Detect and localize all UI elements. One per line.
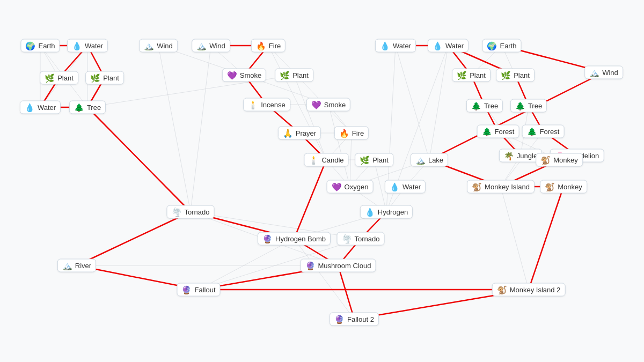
- node-prayer1: 🙏Prayer: [278, 127, 321, 140]
- node-label-wind1: Wind: [157, 42, 173, 50]
- node-water1: 💧Water: [67, 39, 108, 53]
- node-lake1: 🏔️Lake: [411, 153, 448, 167]
- node-label-fire1: Fire: [269, 42, 281, 50]
- node-icon-lake1: 🏔️: [415, 156, 426, 164]
- node-plant1: 🌿Plant: [40, 71, 78, 85]
- node-label-monkey_island2: Monkey Island 2: [510, 286, 561, 294]
- node-label-oxygen1: Oxygen: [345, 183, 369, 191]
- node-fallout1: 🔮Fallout: [177, 283, 220, 297]
- node-icon-plant6: 🌿: [360, 156, 370, 164]
- svg-line-64: [294, 160, 326, 239]
- node-label-plant6: Plant: [372, 156, 389, 164]
- node-label-tree1: Tree: [87, 104, 101, 112]
- node-label-forest1: Forest: [495, 128, 515, 136]
- node-earth1: 🌍Earth: [20, 39, 60, 53]
- node-label-plant2: Plant: [103, 74, 119, 82]
- node-tornado1: 🌪️Tornado: [167, 205, 215, 219]
- svg-line-80: [529, 187, 564, 290]
- node-icon-water2: 💧: [380, 42, 390, 50]
- node-icon-water1: 💧: [72, 42, 82, 50]
- node-smoke1: 💜Smoke: [222, 69, 266, 82]
- graph-container: 🌍Earth💧Water🏔️Wind🏔️Wind🔥Fire💧Water💧Wate…: [0, 0, 644, 362]
- node-label-mushroom_cloud1: Mushroom Cloud: [318, 262, 371, 270]
- node-label-wind3: Wind: [602, 69, 618, 77]
- node-icon-prayer1: 🙏: [283, 129, 293, 137]
- node-label-tornado1: Tornado: [185, 208, 210, 216]
- svg-line-8: [191, 46, 211, 212]
- svg-line-56: [87, 107, 191, 212]
- node-wind2: 🏔️Wind: [192, 39, 230, 53]
- node-hydrogen1: 💧Hydrogen: [360, 205, 413, 219]
- node-label-hydrogen_bomb1: Hydrogen Bomb: [275, 235, 326, 243]
- node-label-monkey2: Monkey: [558, 183, 582, 191]
- node-label-plant1: Plant: [57, 74, 74, 82]
- node-label-tornado2: Tornado: [355, 235, 380, 243]
- node-icon-mushroom_cloud1: 🔮: [305, 262, 316, 270]
- node-label-hydrogen1: Hydrogen: [378, 208, 408, 216]
- svg-line-5: [158, 46, 191, 212]
- node-mushroom_cloud1: 🔮Mushroom Cloud: [301, 259, 376, 272]
- node-forest2: 🌲Forest: [522, 125, 565, 138]
- node-label-wind2: Wind: [209, 42, 225, 50]
- node-icon-wind3: 🏔️: [589, 69, 599, 77]
- svg-line-66: [338, 265, 354, 319]
- node-plant5: 🌿Plant: [496, 69, 535, 82]
- node-icon-earth1: 🌍: [25, 42, 35, 50]
- node-incense1: 🕯️Incense: [243, 98, 290, 112]
- node-icon-plant2: 🌿: [90, 74, 100, 82]
- node-label-water3: Water: [445, 42, 464, 50]
- svg-line-39: [294, 239, 354, 319]
- node-monkey_island1: 🐒Monkey Island: [467, 180, 535, 194]
- node-label-incense1: Incense: [261, 101, 286, 109]
- node-icon-water3: 💧: [433, 42, 443, 50]
- node-icon-tree2: 🌲: [471, 102, 481, 110]
- svg-line-41: [501, 187, 529, 290]
- node-icon-candle1: 🕯️: [309, 156, 319, 164]
- node-icon-water4: 💧: [25, 104, 35, 112]
- node-label-water4: Water: [38, 104, 56, 112]
- node-label-candle1: Candle: [321, 156, 343, 164]
- node-fire2: 🔥Fire: [334, 127, 369, 140]
- node-icon-monkey2: 🐒: [545, 183, 555, 191]
- node-icon-fallout1: 🔮: [181, 286, 192, 294]
- node-hydrogen_bomb1: 🔮Hydrogen Bomb: [258, 232, 331, 246]
- node-plant4: 🌿Plant: [452, 69, 491, 82]
- node-tree3: 🌲Tree: [510, 99, 547, 113]
- node-forest1: 🌲Forest: [477, 125, 519, 138]
- node-water2: 💧Water: [375, 39, 416, 53]
- node-label-water1: Water: [85, 42, 103, 50]
- node-label-earth1: Earth: [38, 42, 55, 50]
- svg-line-83: [429, 72, 604, 160]
- svg-line-49: [328, 105, 350, 187]
- node-label-prayer1: Prayer: [296, 129, 316, 137]
- node-label-smoke2: Smoke: [324, 101, 346, 109]
- node-label-tree3: Tree: [528, 102, 542, 110]
- node-water5: 💧Water: [385, 180, 426, 194]
- node-icon-plant5: 🌿: [501, 71, 511, 79]
- svg-line-18: [294, 75, 326, 160]
- node-label-jungle1: Jungle: [517, 152, 537, 160]
- node-icon-plant3: 🌿: [280, 71, 290, 79]
- node-earth2: 🌍Earth: [482, 39, 521, 53]
- node-label-fallout2: Fallout 2: [347, 315, 374, 323]
- svg-line-57: [77, 212, 191, 265]
- node-plant3: 🌿Plant: [275, 69, 313, 82]
- node-icon-incense1: 🕯️: [248, 101, 258, 109]
- node-icon-tree3: 🌲: [515, 102, 525, 110]
- node-icon-fallout2: 🔮: [334, 315, 345, 323]
- node-label-tree2: Tree: [484, 102, 498, 110]
- node-tree2: 🌲Tree: [466, 99, 503, 113]
- node-icon-river1: 🏔️: [62, 262, 72, 270]
- svg-line-22: [350, 133, 352, 187]
- node-label-plant3: Plant: [292, 71, 309, 79]
- node-icon-plant1: 🌿: [45, 74, 55, 82]
- node-label-plant4: Plant: [470, 71, 486, 79]
- node-plant6: 🌿Plant: [355, 153, 393, 167]
- node-label-plant5: Plant: [514, 71, 530, 79]
- node-label-forest2: Forest: [540, 128, 560, 136]
- node-smoke2: 💜Smoke: [306, 98, 350, 112]
- node-icon-plant4: 🌿: [457, 71, 467, 79]
- node-icon-water5: 💧: [390, 183, 400, 191]
- svg-line-13: [429, 46, 448, 160]
- node-icon-fire2: 🔥: [339, 129, 349, 137]
